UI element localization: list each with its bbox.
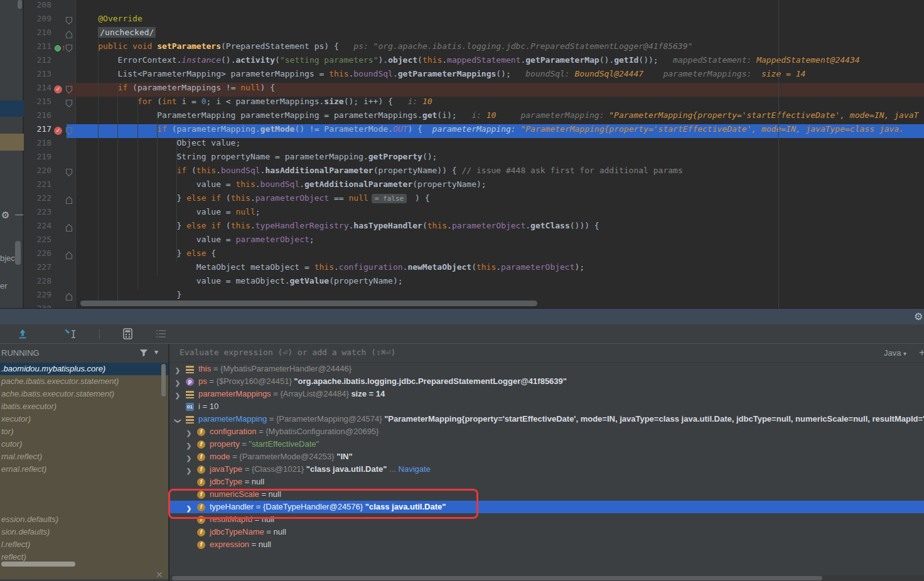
ide-debug-screen: { "icons": { "gear": "⚙", "close": "✕", … (0, 0, 924, 581)
line-number[interactable]: 225 (24, 235, 51, 248)
line-number[interactable]: 211 (24, 41, 51, 55)
line-number[interactable]: 217 (24, 124, 51, 138)
code-token: ( (186, 166, 196, 175)
strip-scrollbar-thumb-top[interactable] (18, 0, 22, 9)
variable-row-this[interactable]: ❯this = {MybatisParameterHandler@24446} (169, 363, 924, 375)
chevron-expanded-icon[interactable]: ❯ (171, 418, 184, 424)
variable-row-property[interactable]: ❯fproperty = "startEffectiveDate" (169, 438, 924, 450)
stack-frame-row[interactable]: ernal.reflect) (0, 463, 168, 476)
breakpoint-icon[interactable]: ✓ (54, 85, 62, 93)
filter-icon[interactable] (139, 349, 148, 357)
line-number[interactable]: 215 (24, 97, 51, 110)
variables-horizontal-scrollbar[interactable] (172, 576, 822, 580)
stack-frame-row[interactable]: l.reflect) (0, 538, 168, 551)
line-number[interactable]: 229 (24, 290, 51, 304)
editor-horizontal-scrollbar[interactable] (80, 301, 537, 306)
line-number[interactable]: 213 (24, 69, 51, 83)
variable-row-parameterMappings[interactable]: ❯parameterMappings = {ArrayList@24484} s… (169, 388, 924, 400)
line-number[interactable]: 223 (24, 207, 51, 221)
evaluate-expression-icon[interactable] (123, 328, 132, 339)
stack-frame-row[interactable]: sion.defaults) (0, 526, 168, 538)
variable-text: numericScale = null (210, 488, 281, 501)
line-number[interactable]: 224 (24, 221, 51, 235)
line-number[interactable]: 209 (24, 14, 51, 28)
frames-horizontal-scrollbar[interactable] (1, 562, 75, 567)
fold-marker-icon[interactable] (65, 196, 73, 205)
variable-row-mode[interactable]: ❯fmode = {ParameterMode@24253} "IN" (169, 450, 924, 463)
fold-marker-icon[interactable] (65, 99, 73, 108)
override-method-icon[interactable] (55, 45, 61, 51)
variable-row-jdbcTypeName[interactable]: fjdbcTypeName = null (169, 526, 924, 538)
run-to-cursor-icon[interactable] (64, 329, 77, 339)
layout-settings-icon[interactable] (156, 329, 166, 338)
fold-marker-icon[interactable] (65, 16, 73, 25)
language-selector[interactable]: Java ▾ (884, 348, 906, 358)
frames-vertical-scrollbar[interactable] (161, 364, 166, 397)
fold-marker-icon[interactable] (65, 168, 73, 177)
fold-marker-icon[interactable] (65, 85, 73, 94)
variable-row-numericScale[interactable]: fnumericScale = null (169, 488, 924, 501)
stack-frame-row[interactable]: ibatis.executor) (0, 400, 168, 413)
line-number[interactable]: 219 (24, 152, 51, 166)
code-token: == (329, 193, 348, 203)
add-watch-icon[interactable]: + (919, 346, 924, 359)
line-number[interactable]: 220 (24, 166, 51, 179)
line-number[interactable]: 210 (24, 28, 51, 41)
code-token: (propertyName); (329, 276, 402, 285)
evaluate-expression-bar[interactable]: Evaluate expression (⏎) or add a watch (… (169, 344, 924, 363)
line-number[interactable]: 216 (24, 110, 51, 124)
variable-row-jdbcType[interactable]: fjdbcType = null (169, 476, 924, 488)
line-number[interactable]: 227 (24, 262, 51, 276)
line-number[interactable]: 226 (24, 248, 51, 262)
stack-frame-row[interactable]: ache.ibatis.executor.statement) (0, 388, 168, 400)
line-number[interactable]: 208 (24, 0, 51, 14)
variable-value: {MybatisConfiguration@20695} (266, 427, 379, 436)
variable-row-javaType[interactable]: ❯fjavaType = {Class@1021} "class java.ut… (169, 463, 924, 476)
stack-frame-row[interactable]: .baomidou.mybatisplus.core) (0, 363, 168, 375)
variable-row-resultMapId[interactable]: fresultMapId = null (169, 513, 924, 526)
gear-icon[interactable]: ⚙ (914, 311, 923, 322)
stack-frame-row[interactable]: rnal.reflect) (0, 450, 168, 463)
variable-row-parameterMapping[interactable]: ❯parameterMapping = {ParameterMapping@24… (169, 413, 924, 425)
line-number[interactable]: 212 (24, 55, 51, 69)
line-number[interactable]: 228 (24, 276, 51, 290)
variable-row-expression[interactable]: fexpression = null (169, 538, 924, 551)
strip-scrollbar-thumb[interactable] (15, 241, 21, 265)
fold-marker-icon[interactable] (65, 30, 73, 39)
variable-row-ps[interactable]: ❯pps = {$Proxy160@24451} "org.apache.iba… (169, 375, 924, 388)
strip-highlight-blue (0, 100, 24, 117)
variable-text: resultMapId = null (210, 513, 274, 526)
chevron-down-icon[interactable]: ▾ (154, 348, 158, 356)
step-out-icon[interactable] (18, 329, 28, 339)
stack-frame-row[interactable]: ession.defaults) (0, 513, 168, 526)
navigate-link[interactable]: Navigate (399, 464, 431, 474)
fold-marker-icon[interactable] (65, 251, 73, 260)
breakpoint-icon[interactable]: ✓ (54, 127, 62, 135)
line-number[interactable]: 230 (24, 304, 51, 308)
fold-marker-icon[interactable] (65, 223, 73, 232)
variable-row-typeHandler[interactable]: ❯ftypeHandler = {DateTypeHandler@24576} … (169, 501, 924, 513)
close-icon[interactable]: ✕ (156, 570, 163, 580)
code-token: ErrorContext. (118, 55, 182, 65)
frames-list: .baomidou.mybatisplus.core)pache.ibatis.… (0, 363, 168, 579)
stack-frame-row[interactable]: tor) (0, 425, 168, 438)
line-number[interactable]: 221 (24, 179, 51, 193)
panel-divider[interactable] (168, 344, 169, 581)
variable-row-configuration[interactable]: ❯fconfiguration = {MybatisConfiguration@… (169, 425, 924, 438)
line-number[interactable]: 218 (24, 138, 51, 152)
fold-marker-icon[interactable] (65, 292, 73, 301)
variable-row-i[interactable]: 01i = 10 (169, 400, 924, 413)
stack-frame-row[interactable]: cutor) (0, 438, 168, 450)
stack-frame-row[interactable]: pache.ibatis.executor.statement) (0, 375, 168, 388)
debugger-inline-hint: parameterMapping: (496, 110, 609, 120)
field-icon: f (197, 516, 205, 524)
gear-icon[interactable]: ⚙ (1, 210, 9, 221)
fold-marker-icon[interactable] (65, 44, 73, 53)
fold-marker-icon[interactable] (65, 127, 73, 136)
minimize-icon[interactable]: — (15, 210, 23, 219)
variable-name: this (198, 364, 211, 373)
code-token: . (216, 166, 221, 175)
line-number[interactable]: 214 (24, 83, 51, 97)
stack-frame-row[interactable]: xecutor) (0, 413, 168, 425)
line-number[interactable]: 222 (24, 193, 51, 207)
